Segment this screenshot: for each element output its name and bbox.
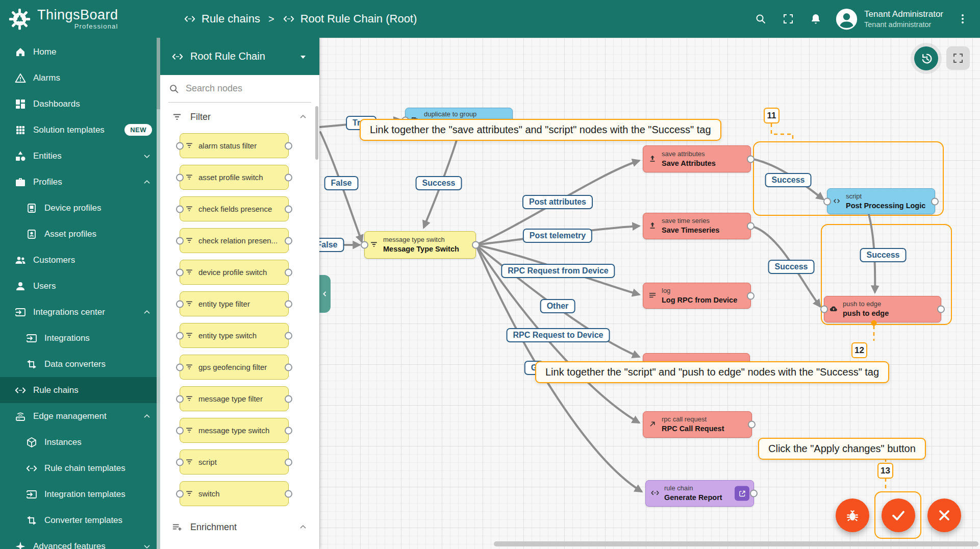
- sidebar-item-integrations-center[interactable]: Integrations center: [0, 299, 160, 325]
- more-menu-button[interactable]: [950, 7, 975, 31]
- connector-dot: [285, 300, 292, 308]
- sidebar-item-edge-management[interactable]: Edge management: [0, 403, 160, 429]
- caret-down-icon[interactable]: [297, 51, 309, 63]
- notifications-button[interactable]: [803, 7, 828, 31]
- connector-dot: [176, 332, 184, 339]
- close-icon: [936, 507, 952, 523]
- palette-node-gps-geofencing-filter[interactable]: gps geofencing filter: [180, 355, 289, 380]
- sidebar-item-instances[interactable]: Instances: [0, 429, 160, 455]
- chevron-up-icon[interactable]: [298, 522, 308, 532]
- tutorial-hint-12: Link together the "script" and "push to …: [535, 361, 889, 383]
- palette-node-label: check relation presen...: [198, 236, 278, 245]
- asset-profiles-icon: [26, 228, 38, 240]
- connector-dot: [176, 142, 184, 149]
- check-icon: [890, 507, 907, 523]
- palette-node-label: asset profile switch: [198, 173, 263, 182]
- sidebar-item-label: Rule chains: [33, 385, 79, 395]
- sidebar-item-advanced-features[interactable]: Advanced features: [0, 533, 160, 549]
- palette-node-message-type-switch[interactable]: message type switch: [180, 418, 289, 443]
- chevron-down-icon: [142, 541, 152, 549]
- bug-icon: [845, 508, 860, 523]
- top-header: ThingsBoard Professional Rule chains > R…: [0, 0, 980, 38]
- connector-dot: [176, 427, 184, 434]
- palette-node-asset-profile-switch[interactable]: asset profile switch: [180, 165, 289, 190]
- sidebar-item-label: Users: [33, 281, 56, 291]
- main-sidebar: Home Alarms Dashboards Solution template…: [0, 38, 160, 549]
- sidebar-item-label: Dashboards: [33, 99, 80, 109]
- avatar: [835, 8, 858, 31]
- rule-chain-selector[interactable]: Root Rule Chain: [160, 38, 319, 75]
- connector-dot: [285, 395, 292, 403]
- data-converters-icon: [26, 358, 38, 370]
- debug-mode-button[interactable]: [836, 498, 869, 532]
- palette-node-label: message type filter: [198, 394, 263, 403]
- palette-node-alarm-status-filter[interactable]: alarm status filter: [180, 133, 289, 158]
- palette-node-check-fields-presence[interactable]: check fields presence: [180, 196, 289, 221]
- palette-node-label: check fields presence: [198, 205, 272, 213]
- sidebar-item-profiles[interactable]: Profiles: [0, 169, 160, 195]
- palette-scrollbar-thumb[interactable]: [315, 106, 318, 160]
- sidebar-item-users[interactable]: Users: [0, 273, 160, 299]
- apply-changes-button[interactable]: [882, 498, 915, 532]
- filter-icon: [185, 362, 195, 372]
- palette-node-check-relation-presence[interactable]: check relation presen...: [180, 228, 289, 253]
- new-badge: NEW: [124, 124, 152, 136]
- sidebar-item-converter-templates[interactable]: Converter templates: [0, 507, 160, 533]
- sidebar-item-device-profiles[interactable]: Device profiles: [0, 195, 160, 221]
- filter-icon: [185, 394, 195, 404]
- palette-node-message-type-filter[interactable]: message type filter: [180, 386, 289, 411]
- section-filter[interactable]: Filter: [160, 103, 319, 131]
- sidebar-item-dashboards[interactable]: Dashboards: [0, 91, 160, 117]
- sidebar-item-integrations[interactable]: Integrations: [0, 325, 160, 351]
- connector-dot: [285, 205, 292, 213]
- section-enrichment[interactable]: Enrichment: [160, 513, 319, 541]
- sidebar-item-label: Integrations: [44, 333, 90, 343]
- sidebar-item-label: Device profiles: [44, 203, 102, 213]
- sidebar-item-home[interactable]: Home: [0, 39, 160, 65]
- advanced-features-icon: [14, 540, 27, 549]
- sidebar-item-data-converters[interactable]: Data converters: [0, 351, 160, 377]
- sidebar-item-alarms[interactable]: Alarms: [0, 65, 160, 91]
- search-nodes-input[interactable]: [186, 83, 311, 94]
- connector-dot: [176, 205, 184, 213]
- instances-icon: [26, 436, 38, 448]
- solution-templates-icon: [14, 124, 27, 136]
- section-enrichment-label: Enrichment: [190, 522, 290, 533]
- app-logo[interactable]: ThingsBoard Professional: [0, 0, 160, 38]
- sidebar-item-integration-templates[interactable]: Integration templates: [0, 481, 160, 507]
- sidebar-scrollbar-thumb[interactable]: [157, 38, 160, 109]
- sidebar-item-rule-chain-templates[interactable]: Rule chain templates: [0, 455, 160, 481]
- home-icon: [14, 46, 27, 58]
- palette-node-entity-type-switch[interactable]: entity type switch: [180, 323, 289, 348]
- sidebar-item-customers[interactable]: Customers: [0, 247, 160, 273]
- palette-node-device-profile-switch[interactable]: device profile switch: [180, 260, 289, 285]
- sidebar-scrollbar[interactable]: [157, 38, 160, 549]
- rule-chain-icon: [171, 51, 184, 63]
- search-button[interactable]: [748, 7, 773, 31]
- integrations-icon: [26, 332, 38, 344]
- sidebar-item-label: Solution templates: [33, 125, 105, 135]
- sidebar-item-entities[interactable]: Entities: [0, 143, 160, 169]
- filter-icon: [185, 172, 195, 183]
- sidebar-item-rule-chains[interactable]: Rule chains: [0, 377, 160, 403]
- fullscreen-button[interactable]: [776, 7, 800, 31]
- palette-node-script[interactable]: script: [180, 450, 289, 475]
- sidebar-item-solution-templates[interactable]: Solution templatesNEW: [0, 117, 160, 143]
- cancel-changes-button[interactable]: [927, 498, 961, 532]
- palette-node-entity-type-filter[interactable]: entity type filter: [180, 291, 289, 316]
- version-history-button[interactable]: [914, 46, 938, 70]
- palette-node-switch[interactable]: switch: [180, 481, 289, 506]
- fullscreen-icon: [782, 13, 794, 25]
- breadcrumb-current[interactable]: Root Rule Chain (Root): [283, 12, 417, 26]
- sidebar-item-asset-profiles[interactable]: Asset profiles: [0, 221, 160, 247]
- breadcrumb-section-label: Rule chains: [202, 12, 260, 26]
- rule-chain-canvas[interactable]: duplicate to group message type switch M…: [319, 38, 980, 549]
- user-name: Tenant Administrator: [864, 9, 943, 20]
- user-menu[interactable]: Tenant Administrator Tenant administrato…: [835, 8, 943, 31]
- fullscreen-canvas-button[interactable]: [946, 46, 970, 70]
- palette-node-label: entity type filter: [198, 300, 250, 308]
- chevron-up-icon: [142, 411, 152, 421]
- chevron-down-icon: [142, 151, 152, 161]
- chevron-up-icon[interactable]: [298, 112, 308, 122]
- breadcrumb-rule-chains[interactable]: Rule chains: [184, 12, 260, 26]
